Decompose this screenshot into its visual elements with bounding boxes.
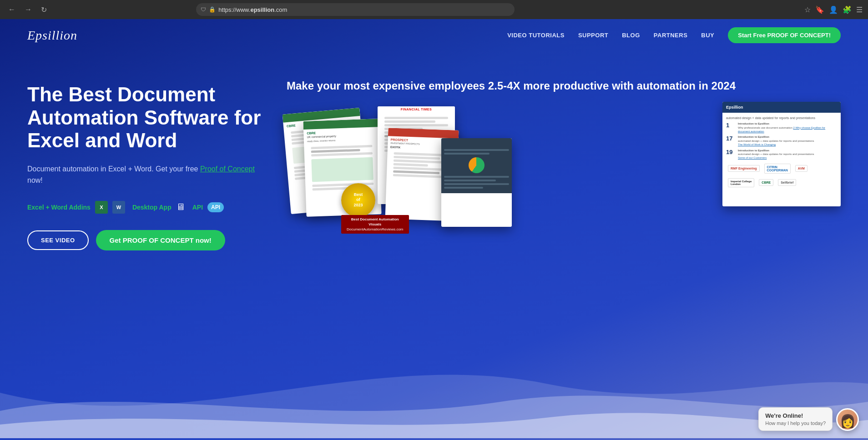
page-bottom-wave <box>0 347 868 440</box>
ft-header: FINANCIAL TIMES <box>378 106 455 112</box>
browser-actions: ☆ 🔖 👤 🧩 ☰ <box>804 5 863 14</box>
account-button[interactable]: 👤 <box>829 5 838 14</box>
badge-year: 2023 <box>353 203 363 208</box>
rmf-logo: RMF Engineering <box>728 165 760 172</box>
pie-chart <box>469 157 484 173</box>
hero-addins: Excel + Word Addins X W Desktop App 🖥 AP… <box>27 201 268 214</box>
badge-best: Best <box>354 192 363 198</box>
chat-title: We're Online! <box>765 412 826 419</box>
lock-icon: 🔒 <box>209 6 216 13</box>
hero-title: The Best Document Automation Software fo… <box>27 83 268 152</box>
documents-showcase: CBRE <box>287 102 841 247</box>
hero-buttons: SEE VIDEO Get PROOF OF CONCEPT now! <box>27 230 268 250</box>
back-button[interactable]: ← <box>5 4 18 15</box>
addins-label: Excel + Word Addins <box>27 204 91 211</box>
chat-subtitle: How may I help you today? <box>765 420 826 426</box>
nav-video-tutorials[interactable]: VIDEO TUTORIALS <box>507 32 565 39</box>
badge-ribbon: Best Document Automation Visuals Documen… <box>341 215 409 234</box>
site-logo: Epsillion <box>27 28 77 43</box>
proof-of-concept-link[interactable]: Proof of Concept <box>200 165 255 173</box>
avm-logo: AVM <box>795 165 807 172</box>
epsillion-doc-header: Epsillion <box>722 102 841 113</box>
excel-icon: X <box>95 201 108 214</box>
desktop-app-label: Desktop App <box>132 204 172 211</box>
hero-right: Make your most expensive employees 2.5-4… <box>287 74 841 250</box>
best-2023-badge: Best of 2023 Best Document Automation Vi… <box>341 183 409 234</box>
epsillion-row3: 19 Introduction to Epsillion automated d… <box>726 149 837 160</box>
imperial-logo: Imperial CollegeLondon <box>728 178 754 187</box>
citrin-logo: CITRINCOOPERMAN <box>764 164 791 174</box>
dark-content <box>441 146 512 193</box>
chat-bubble: We're Online! How may I help you today? <box>758 407 833 431</box>
chat-avatar[interactable]: 👩 <box>836 408 859 431</box>
site-header: Epsillion VIDEO TUTORIALS SUPPORT BLOG P… <box>0 19 868 51</box>
extensions-button[interactable]: 🧩 <box>843 5 852 14</box>
epsillion-subtitle: automated design + data updated for repo… <box>726 116 837 120</box>
ft-title: FINANCIAL TIMES <box>401 108 432 111</box>
browser-chrome: ← → ↻ 🛡 🔒 https://www.epsillion.com ☆ 🔖 … <box>0 0 868 19</box>
doc-epsillion: Epsillion automated design + data update… <box>722 102 841 206</box>
main-nav: VIDEO TUTORIALS SUPPORT BLOG PARTNERS BU… <box>507 27 841 43</box>
epsillion-header-title: Epsillion <box>726 105 743 110</box>
refresh-button[interactable]: ↻ <box>38 4 50 16</box>
hero-subtitle: Document automation in Excel + Word. Get… <box>27 163 268 186</box>
see-video-button[interactable]: SEE VIDEO <box>27 230 89 250</box>
favorite-button[interactable]: ☆ <box>804 5 811 14</box>
badge-of: of <box>356 197 360 203</box>
page-wrapper: Epsillion VIDEO TUTORIALS SUPPORT BLOG P… <box>0 19 868 440</box>
api-label: API <box>192 204 203 211</box>
word-icon: W <box>112 201 125 214</box>
nav-buy[interactable]: BUY <box>701 32 714 39</box>
epsillion-doc-body: automated design + data updated for repo… <box>722 113 841 191</box>
shield-icon: 🛡 <box>201 6 206 13</box>
forward-button[interactable]: → <box>22 4 35 15</box>
chat-widget[interactable]: We're Online! How may I help you today? … <box>758 407 859 431</box>
badge-gold: Best of 2023 <box>341 183 375 217</box>
chat-avatar-icon: 👩 <box>840 414 856 429</box>
url-text: https://www.epsillion.com <box>218 6 287 13</box>
epsillion-row1: 1 Introduction to Epsillion Why professi… <box>726 122 837 133</box>
selfbrief-logo: Selfbrief <box>778 179 796 186</box>
get-poc-button[interactable]: Get PROOF OF CONCEPT now! <box>96 230 225 250</box>
nav-support[interactable]: SUPPORT <box>578 32 608 39</box>
epsillion-row2: 17 Introduction to Epsillion automated d… <box>726 135 837 146</box>
hero-right-title: Make your most expensive employees 2.5-4… <box>287 79 841 93</box>
cbre2-sub: ready class, investor returns <box>307 138 376 143</box>
chart2-placeholder <box>311 157 373 182</box>
hero-left: The Best Document Automation Software fo… <box>27 74 268 250</box>
doc-dark <box>441 138 512 227</box>
address-bar[interactable]: 🛡 🔒 https://www.epsillion.com <box>196 3 515 16</box>
dark-header <box>441 138 512 146</box>
start-poc-button[interactable]: Start Free PROOF OF CONCEPT! <box>728 27 841 43</box>
company-logos-row: RMF Engineering CITRINCOOPERMAN AVM Impe… <box>726 164 837 187</box>
hero-section: The Best Document Automation Software fo… <box>0 51 868 278</box>
nav-partners[interactable]: PARTNERS <box>654 32 688 39</box>
bookmark-button[interactable]: 🔖 <box>815 5 824 14</box>
desktop-icon: 🖥 <box>176 202 185 212</box>
nav-blog[interactable]: BLOG <box>622 32 640 39</box>
cbre-final-logo: CBRE <box>759 179 773 186</box>
menu-button[interactable]: ☰ <box>856 5 863 14</box>
api-badge: API <box>207 202 224 212</box>
logo-text: Epsillion <box>27 28 77 42</box>
